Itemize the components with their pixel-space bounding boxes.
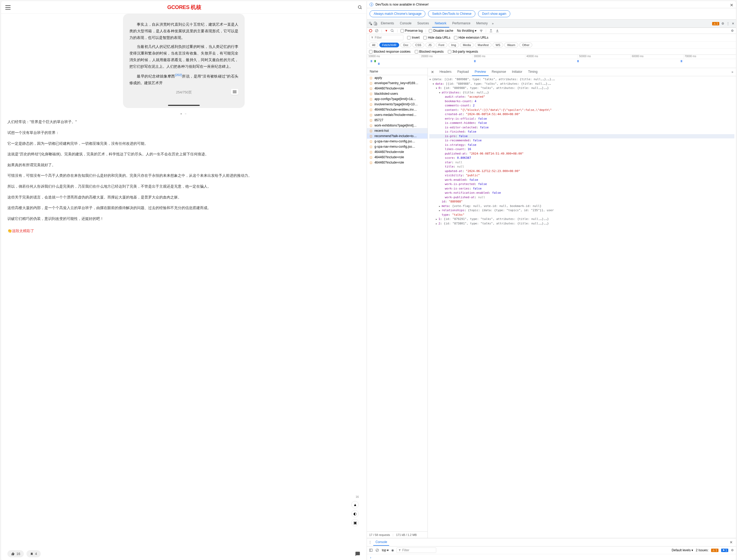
json-line[interactable]: work-enabled: false xyxy=(429,178,734,182)
json-line[interactable]: score: 0.806387 xyxy=(429,156,734,160)
request-row[interactable]: {;}app-configs?page[limit]=1&… xyxy=(367,96,427,102)
json-line[interactable]: is-strategy: false xyxy=(429,143,734,147)
lang-always-match[interactable]: Always match Chrome's language xyxy=(369,10,425,17)
lang-switch-chinese[interactable]: Switch DevTools to Chinese xyxy=(428,10,475,17)
footnote-ref[interactable]: [202] xyxy=(175,73,182,76)
detail-tab-headers[interactable]: Headers xyxy=(437,68,454,76)
comment-icon[interactable] xyxy=(355,551,360,557)
name-column-header[interactable]: Name xyxy=(367,68,427,75)
search-icon-toolbar[interactable] xyxy=(390,29,394,33)
request-row[interactable]: {;}464460?include=role xyxy=(367,155,427,160)
type-chip-manifest[interactable]: Manifest xyxy=(475,43,492,47)
request-row[interactable]: {;}envelope/?sentry_key=df169… xyxy=(367,80,427,86)
json-line[interactable]: work-is-series: false xyxy=(429,187,734,191)
json-line[interactable]: 0: {id: "880988", type: "talks", attribu… xyxy=(429,86,734,91)
clear-icon[interactable] xyxy=(375,29,378,33)
eye-icon[interactable]: ◉ xyxy=(391,548,394,552)
console-gear-icon[interactable]: ⚙ xyxy=(731,548,734,552)
detail-tab-preview[interactable]: Preview xyxy=(472,68,488,76)
close-icon[interactable]: ✕ xyxy=(730,3,733,8)
thirdparty-checkbox[interactable]: 3rd-party requests xyxy=(448,50,478,53)
json-line[interactable]: created-at: "2024-06-08T14:51:44.000+08:… xyxy=(429,112,734,117)
inspect-icon[interactable] xyxy=(368,21,373,26)
type-chip-font[interactable]: Font xyxy=(436,43,447,47)
json-line[interactable]: meta: {vote-flag: null, vote-id: null, b… xyxy=(429,204,734,209)
filter-input[interactable]: Filter xyxy=(369,35,403,40)
gear-icon-2[interactable]: ⚙ xyxy=(731,29,734,33)
type-chip-doc[interactable]: Doc xyxy=(400,43,411,47)
request-row[interactable]: {;}g-spa-nav-menu-config.jso… xyxy=(367,139,427,144)
scroll-top-button[interactable]: ▲ xyxy=(351,501,359,508)
json-line[interactable]: data: [{id: "880988", type: "talks", att… xyxy=(429,82,734,86)
json-line[interactable]: entry-is-official: false xyxy=(429,117,734,121)
json-line[interactable]: likes-count: 16 xyxy=(429,147,734,152)
json-line[interactable]: content: "{\"blocks\":[{\"data\":{\"spoi… xyxy=(429,108,734,112)
devtools-close-icon[interactable]: ✕ xyxy=(732,22,734,25)
invert-checkbox[interactable]: Invert xyxy=(407,36,419,39)
request-row[interactable]: {;}recent-hot xyxy=(367,128,427,133)
console-tab[interactable]: Console xyxy=(373,539,389,546)
lang-dont-show[interactable]: Don't show again xyxy=(478,10,510,17)
json-line[interactable]: star: null xyxy=(429,160,734,165)
issue-yellow-badge[interactable]: ⚠ 1 xyxy=(711,549,718,552)
json-line[interactable]: updated-at: "2024-06-12T12:52:23.000+08:… xyxy=(429,169,734,174)
type-chip-css[interactable]: CSS xyxy=(412,43,424,47)
context-select[interactable]: top ▾ xyxy=(382,548,388,552)
drawer-kebab-icon[interactable]: ⋮ xyxy=(368,540,372,544)
tab-sources[interactable]: Sources xyxy=(415,20,432,28)
disable-cache-checkbox[interactable]: Disable cache xyxy=(429,29,453,33)
detail-more[interactable]: » xyxy=(730,70,735,74)
search-icon[interactable] xyxy=(358,5,363,10)
blocked-requests-checkbox[interactable]: Blocked requests xyxy=(415,50,443,53)
type-chip-ws[interactable]: WS xyxy=(492,43,503,47)
detail-tab-response[interactable]: Response xyxy=(489,68,509,76)
article-body[interactable]: 事实上，自从洪荒时代直到公元十五世纪，建筑艺术一直是人类的大型书籍，是人在各种发… xyxy=(1,14,367,548)
request-row[interactable]: {;}blacklisted-users xyxy=(367,91,427,96)
preserve-log-checkbox[interactable]: Preserve log xyxy=(400,29,423,33)
detail-close-icon[interactable]: ✕ xyxy=(429,69,436,75)
tab-console[interactable]: Console xyxy=(397,20,414,28)
request-row[interactable]: {;}involvements?page[limit]=10… xyxy=(367,102,427,107)
request-row[interactable]: {;}464460?include=entities.inv… xyxy=(367,107,427,112)
hamburger-icon[interactable] xyxy=(5,5,11,10)
console-prompt[interactable]: › xyxy=(367,554,736,560)
tab-network[interactable]: Network xyxy=(432,20,449,28)
request-row[interactable]: {;}464460?include=role xyxy=(367,86,427,91)
json-line[interactable]: is-recommended: false xyxy=(429,138,734,143)
json-line[interactable]: is-finished: false xyxy=(429,130,734,134)
tabs-more[interactable]: » xyxy=(491,22,495,25)
json-line[interactable]: work-notification-enabled: false xyxy=(429,191,734,195)
json-line[interactable]: work-published-at: null xyxy=(429,195,734,200)
kebab-icon[interactable]: ⋮ xyxy=(726,22,730,25)
request-row[interactable]: {;}work-exhibitions?page[limit]… xyxy=(367,123,427,128)
request-row[interactable]: {;}464460?include=role xyxy=(367,160,427,165)
json-line[interactable]: 2: {id: "873801", type: "talks", attribu… xyxy=(429,222,734,226)
request-row[interactable]: {;}464460?include=role xyxy=(367,149,427,155)
json-line[interactable]: relationships: {topic: {data: {type: "to… xyxy=(429,208,734,213)
request-row[interactable]: {;}recommend?talk-include=to… xyxy=(367,133,427,139)
gear-icon[interactable]: ⚙ xyxy=(721,22,724,25)
type-chip-media[interactable]: Media xyxy=(460,43,474,47)
console-close-icon[interactable]: ✕ xyxy=(728,540,734,545)
json-line[interactable]: {data: [{id: "880988", type: "talks", at… xyxy=(429,77,734,82)
network-timeline[interactable]: 10000 ms20000 ms30000 ms40000 ms50000 ms… xyxy=(367,55,736,68)
detail-tab-initiator[interactable]: Initiator xyxy=(509,68,525,76)
console-filter-input[interactable]: Filter xyxy=(396,548,436,553)
json-line[interactable]: comments-count: 2 xyxy=(429,103,734,108)
type-chip-all[interactable]: All xyxy=(369,43,378,47)
reader-menu-icon[interactable] xyxy=(231,89,238,95)
type-chip-fetch-xhr[interactable]: Fetch/XHR xyxy=(379,43,399,47)
hide-ext-checkbox[interactable]: Hide extension URLs xyxy=(454,36,488,39)
json-line[interactable]: work-is-protected: false xyxy=(429,182,734,187)
json-line[interactable]: bookmarks-count: 4 xyxy=(429,99,734,104)
issue-blue-badge[interactable]: ⚑ 1 xyxy=(721,549,728,552)
share-button[interactable]: ▣ xyxy=(351,519,359,526)
type-chip-wasm[interactable]: Wasm xyxy=(504,43,518,47)
detail-tab-payload[interactable]: Payload xyxy=(455,68,471,76)
type-chip-other[interactable]: Other xyxy=(519,43,532,47)
json-line[interactable]: is-comment-hidden: false xyxy=(429,121,734,125)
tab-elements[interactable]: Elements xyxy=(378,20,396,28)
theme-button[interactable]: ◐ xyxy=(351,510,359,517)
filter-funnel-icon[interactable]: ▼ xyxy=(385,29,388,33)
json-line[interactable]: published-at: "2024-06-08T14:51:49.000+0… xyxy=(429,152,734,156)
